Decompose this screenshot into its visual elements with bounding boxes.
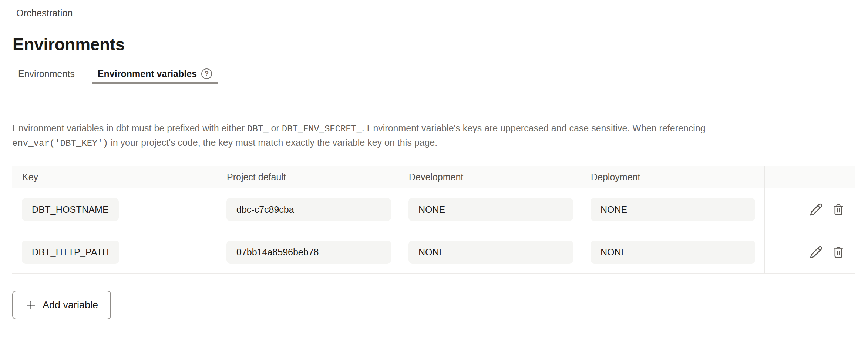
description-part: . Environment variable's keys are upperc…	[362, 123, 706, 133]
tab-bar: Environments Environment variables ?	[0, 66, 868, 84]
tab-environments[interactable]: Environments	[12, 66, 81, 84]
deployment-value-chip: NONE	[591, 198, 755, 221]
description-code-secret-prefix: DBT_ENV_SECRET_	[282, 124, 362, 134]
column-header-key: Key	[12, 172, 217, 182]
delete-variable-button[interactable]	[831, 202, 845, 217]
table-row: DBT_HTTP_PATH 07bb14a8596beb78 NONE NONE	[12, 231, 855, 274]
variable-key-chip: DBT_HOSTNAME	[22, 198, 119, 221]
variable-key-chip: DBT_HTTP_PATH	[22, 241, 119, 264]
column-header-development: Development	[399, 172, 581, 182]
table-row: DBT_HOSTNAME dbc-c7c89cba NONE NONE	[12, 188, 855, 231]
plus-icon	[25, 299, 37, 311]
description-code-env-var: env_var('DBT_KEY')	[12, 138, 108, 148]
description-part: or	[269, 123, 282, 133]
tab-environment-variables[interactable]: Environment variables ?	[92, 66, 218, 84]
deployment-value-chip: NONE	[591, 241, 755, 264]
development-value-chip: NONE	[408, 241, 573, 264]
description-part: in your project's code, the key must mat…	[108, 137, 437, 148]
table-header-row: Key Project default Development Deployme…	[12, 166, 855, 188]
row-actions	[764, 231, 855, 273]
pencil-icon	[810, 203, 823, 216]
help-icon[interactable]: ?	[201, 68, 212, 79]
row-actions	[764, 188, 855, 231]
description-text: Environment variables in dbt must be pre…	[12, 121, 784, 150]
column-header-project-default: Project default	[217, 172, 399, 182]
column-header-deployment: Deployment	[581, 172, 764, 182]
development-value-chip: NONE	[408, 198, 573, 221]
project-default-chip: dbc-c7c89cba	[226, 198, 391, 221]
description-code-dbt-prefix: DBT_	[247, 124, 269, 134]
environment-variables-table: Key Project default Development Deployme…	[12, 166, 855, 274]
tab-environments-label: Environments	[18, 68, 75, 79]
column-header-actions	[764, 166, 855, 188]
tab-environment-variables-label: Environment variables	[98, 68, 197, 79]
page-title: Environments	[13, 36, 868, 53]
trash-icon	[832, 203, 845, 216]
delete-variable-button[interactable]	[831, 245, 845, 259]
trash-icon	[832, 246, 845, 258]
add-variable-label: Add variable	[43, 299, 98, 311]
pencil-icon	[810, 245, 823, 259]
description-part: Environment variables in dbt must be pre…	[12, 123, 247, 133]
breadcrumb: Orchestration	[16, 0, 868, 19]
edit-variable-button[interactable]	[809, 202, 823, 217]
edit-variable-button[interactable]	[809, 245, 823, 259]
add-variable-button[interactable]: Add variable	[12, 291, 111, 319]
project-default-chip: 07bb14a8596beb78	[226, 241, 391, 264]
